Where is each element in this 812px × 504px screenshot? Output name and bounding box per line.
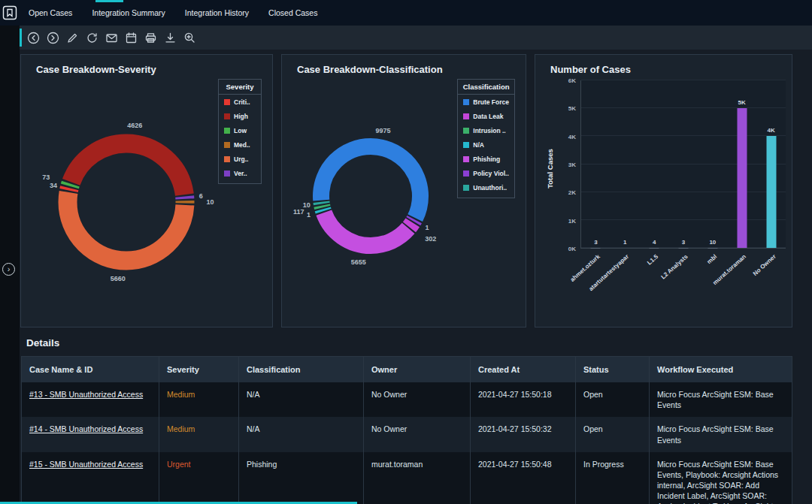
donut-value-label: 9975 <box>375 127 390 134</box>
legend-label: Phishing <box>473 155 500 163</box>
legend-swatch <box>224 142 230 148</box>
charts-row: Case Breakdown-Severity 462661056603473 … <box>20 54 812 327</box>
legend-item-low[interactable]: Low <box>219 123 261 137</box>
x-slot: atartutartestyapar <box>610 249 639 321</box>
bar-slot: 1 <box>611 80 640 248</box>
severity-donut-chart[interactable]: 462661056603473 <box>21 76 239 324</box>
x-slot: murat.toraman <box>727 249 756 321</box>
mail-icon[interactable] <box>105 32 118 44</box>
legend-item-phishing[interactable]: Phishing <box>458 152 514 166</box>
status-cell: In Progress <box>575 452 649 504</box>
donut-value-label: 302 <box>425 235 436 243</box>
legend-item-data-leak[interactable]: Data Leak <box>458 109 514 123</box>
classification-cell: N/A <box>238 382 363 417</box>
tab-closed-cases[interactable]: Closed Cases <box>268 8 317 17</box>
y-axis-tick: 5K <box>568 105 576 112</box>
bar-murat-toraman[interactable] <box>737 108 747 248</box>
legend-item-urg[interactable]: Urg.. <box>219 152 261 166</box>
bar-value-label: 1 <box>623 239 626 246</box>
donut-value-label: 10 <box>303 201 311 209</box>
legend-item-brute-force[interactable]: Brute Force <box>458 95 514 109</box>
panel-title-classification: Case Breakdown-Classification <box>282 55 526 75</box>
active-tab-indicator <box>95 0 123 2</box>
download-icon[interactable] <box>164 32 177 44</box>
refresh-icon[interactable] <box>86 32 98 44</box>
sidebar-expand-button[interactable]: › <box>2 263 15 276</box>
bar-slot: 5K <box>727 80 756 248</box>
case-id-cell: #13 - SMB Unauthorized Access <box>22 382 159 417</box>
legend-item-intrusion[interactable]: Intrusion .. <box>458 123 514 137</box>
legend-label: Policy Viol.. <box>473 170 509 177</box>
table-row[interactable]: #14 - SMB Unauthorized AccessMediumN/ANo… <box>22 417 792 451</box>
toolbar-accent-bar <box>20 29 22 47</box>
back-icon[interactable] <box>27 32 40 44</box>
donut-value-label: 1 <box>307 211 311 219</box>
legend-label: Unauthori.. <box>473 184 507 192</box>
cases-bar-chart[interactable]: Total Cases 0K1K2K3K4K5K6K 3143105K4K ah… <box>543 80 786 322</box>
y-axis-tick: 6K <box>568 77 576 84</box>
donut-value-label: 6 <box>199 192 203 200</box>
legend-item-med[interactable]: Med.. <box>219 137 261 152</box>
tab-open-cases[interactable]: Open Cases <box>29 8 72 17</box>
case-link[interactable]: #13 - SMB Unauthorized Access <box>29 390 143 399</box>
classification-legend: ClassificationBrute ForceData LeakIntrus… <box>457 79 515 198</box>
y-axis: 0K1K2K3K4K5K6K <box>556 80 580 249</box>
column-header-owner: Owner <box>363 357 470 382</box>
legend-swatch <box>224 156 230 162</box>
case-link[interactable]: #15 - SMB Unauthorized Access <box>29 460 143 469</box>
classification-cell: N/A <box>238 417 363 451</box>
table-body: #13 - SMB Unauthorized AccessMediumN/ANo… <box>22 382 792 504</box>
column-header-status: Status <box>575 357 649 382</box>
tab-integration-summary[interactable]: Integration Summary <box>92 8 165 17</box>
classification-donut-chart[interactable]: 997513025655111710 <box>282 76 470 316</box>
column-header-severity: Severity <box>159 357 238 382</box>
edit-icon[interactable] <box>66 32 79 44</box>
legend-swatch <box>224 99 230 105</box>
donut-value-label: 34 <box>50 182 57 189</box>
legend-swatch <box>224 171 230 177</box>
print-icon[interactable] <box>144 32 157 44</box>
case-link[interactable]: #14 - SMB Unauthorized Access <box>29 424 143 433</box>
severity-cell: Urgent <box>159 452 238 504</box>
legend-label: Low <box>234 127 247 134</box>
classification-cell: Phishing <box>238 452 363 504</box>
table-row[interactable]: #13 - SMB Unauthorized AccessMediumN/ANo… <box>22 382 792 417</box>
zoom-in-icon[interactable] <box>183 32 196 44</box>
bookmark-icon[interactable] <box>0 5 20 20</box>
table-row[interactable]: #15 - SMB Unauthorized AccessUrgentPhish… <box>22 452 792 504</box>
legend-title: Classification <box>458 80 514 95</box>
legend-swatch <box>463 185 469 191</box>
x-axis: ahmet.ozturkatartutartestyaparL1.5L2 Ana… <box>580 249 786 321</box>
case-id-cell: #15 - SMB Unauthorized Access <box>22 452 159 504</box>
legend-swatch <box>463 113 469 119</box>
y-axis-tick: 0K <box>568 246 576 252</box>
x-axis-label: L1.5 <box>647 253 660 266</box>
bar-value-label: 3 <box>594 239 597 246</box>
calendar-icon[interactable] <box>125 32 138 44</box>
y-axis-tick: 2K <box>568 189 576 196</box>
panel-number-of-cases: Number of Cases Total Cases 0K1K2K3K4K5K… <box>535 54 792 327</box>
x-slot: No Owner <box>756 249 786 321</box>
legend-item-n-a[interactable]: N/A <box>458 137 514 152</box>
panel-severity: Case Breakdown-Severity 462661056603473 … <box>20 54 273 327</box>
topnav-tabs: Open CasesIntegration SummaryIntegration… <box>29 8 317 17</box>
tab-integration-history[interactable]: Integration History <box>185 8 249 17</box>
x-axis-label: mbl <box>706 253 719 265</box>
table-header-row: Case Name & IDSeverityClassificationOwne… <box>22 357 792 382</box>
details-table: Case Name & IDSeverityClassificationOwne… <box>21 356 792 504</box>
bar-value-label: 3 <box>682 239 685 246</box>
bar-slot: 4 <box>640 80 669 248</box>
y-axis-tick: 3K <box>568 161 576 168</box>
bar-no-owner[interactable] <box>766 136 776 248</box>
legend-item-unauthori[interactable]: Unauthori.. <box>458 180 514 195</box>
legend-item-criti[interactable]: Criti.. <box>219 95 261 109</box>
legend-label: Ver.. <box>234 170 247 177</box>
legend-item-high[interactable]: High <box>219 109 261 123</box>
legend-item-ver[interactable]: Ver.. <box>219 166 261 180</box>
bar-slot: 10 <box>698 80 727 248</box>
forward-icon[interactable] <box>47 32 59 44</box>
legend-item-policy-viol[interactable]: Policy Viol.. <box>458 166 514 180</box>
owner-cell: murat.toraman <box>363 452 470 504</box>
workflow-cell: Micro Focus ArcSight ESM: Base Events <box>649 417 792 451</box>
created-at-cell: 2021-04-27 15:50:32 <box>470 417 575 451</box>
